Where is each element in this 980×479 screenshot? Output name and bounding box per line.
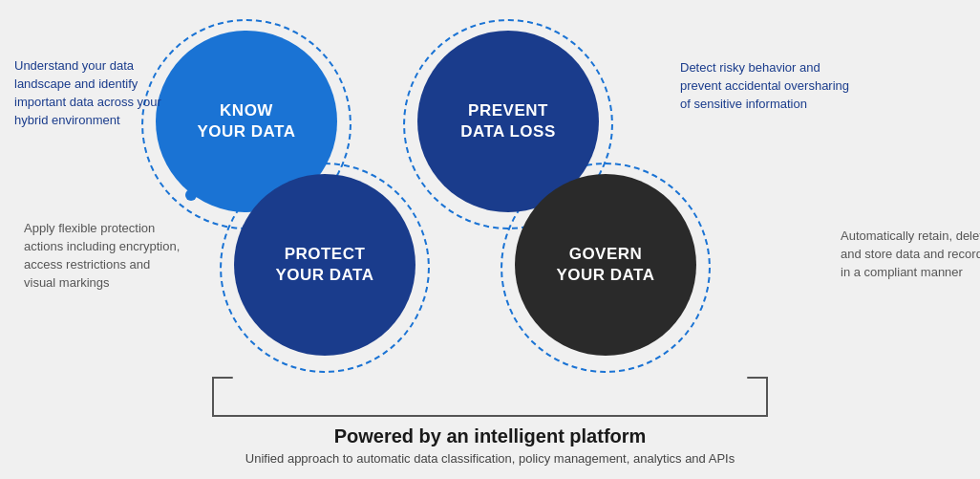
bracket-svg (203, 373, 777, 421)
circle-protect-label: PROTECT YOUR DATA (275, 244, 373, 286)
circles-area: KNOW YOUR DATA PREVENT DATA LOSS PROTECT… (0, 0, 980, 373)
circle-protect-line1: PROTECT (285, 245, 366, 263)
circle-protect: PROTECT YOUR DATA (234, 174, 415, 356)
powered-subtitle: Unified approach to automatic data class… (245, 451, 735, 466)
bracket-container (203, 373, 777, 421)
circle-protect-line2: YOUR DATA (275, 266, 373, 284)
circle-prevent-label: PREVENT DATA LOSS (460, 100, 556, 142)
circle-know-line1: KNOW (220, 101, 273, 120)
circle-prevent-line2: DATA LOSS (460, 122, 556, 141)
circle-govern-line1: GOVERN (569, 245, 643, 263)
circle-know-label: KNOW YOUR DATA (197, 100, 295, 142)
circle-know-line2: YOUR DATA (197, 122, 295, 141)
circle-govern-line2: YOUR DATA (556, 266, 654, 284)
circle-govern-label: GOVERN YOUR DATA (556, 244, 654, 286)
main-container: KNOW YOUR DATA PREVENT DATA LOSS PROTECT… (0, 0, 980, 479)
circle-govern: GOVERN YOUR DATA (515, 174, 696, 356)
circle-prevent-line1: PREVENT (468, 101, 548, 120)
annotation-govern: Automatically retain, delete, and store … (841, 228, 980, 282)
powered-title: Powered by an intelligent platform (334, 425, 647, 447)
bottom-section: Powered by an intelligent platform Unifi… (0, 373, 980, 466)
annotation-prevent: Detect risky behavior and prevent accide… (680, 59, 857, 114)
annotation-know: Understand your data landscape and ident… (14, 57, 162, 129)
annotation-protect: Apply flexible protection actions includ… (24, 220, 181, 292)
